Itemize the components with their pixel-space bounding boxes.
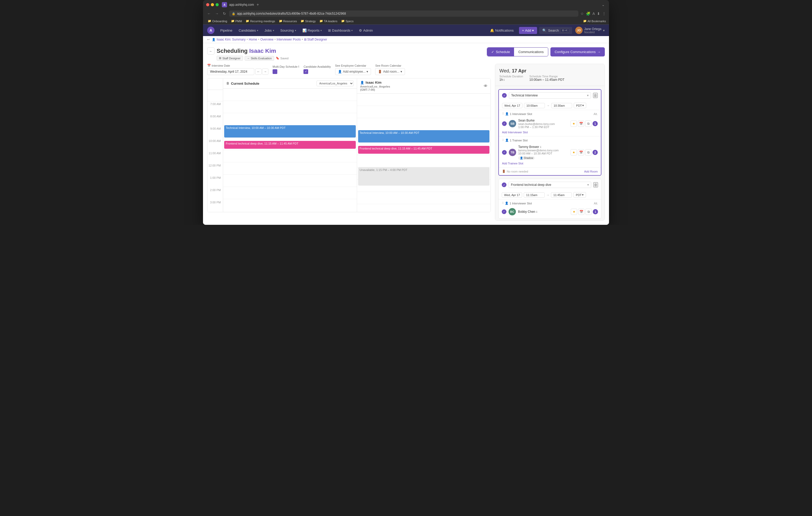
person-icon: 👤 [505,202,509,205]
nav-item-jobs[interactable]: Jobs ▾ [262,27,277,34]
info-icon[interactable]: ℹ [298,65,299,68]
profile-button[interactable]: A [592,11,595,16]
date-input[interactable] [207,68,254,75]
communications-button[interactable]: Communications [514,48,548,56]
add-interviewer-slot-link[interactable]: Add Interviewer Slot [502,131,528,134]
configure-communications-button[interactable]: Configure Communications → [550,47,605,57]
copy-interviewer-2-button[interactable]: ⧉ [585,209,592,215]
download-button[interactable]: ⬇ [597,11,600,16]
user-menu[interactable]: JO Jane Ortega Nocobird ▾ [575,27,605,34]
next-date-button[interactable]: → [262,68,268,75]
bookmark-recurring[interactable]: 📁 Recurring meetings [244,19,277,23]
interview-2-start-time[interactable] [524,192,545,198]
copy-interviewer-1-button[interactable]: ⧉ [585,121,591,127]
interview-1-end-time[interactable] [551,103,572,108]
technical-interview-event-left[interactable]: Technical Interview, 10:00 AM – 10:30 AM… [224,125,356,138]
minimize-window-button[interactable] [211,3,214,6]
bookmark-onboarding[interactable]: 📁 Onboarding [206,19,229,23]
frontend-interview-select[interactable]: Frontend technical deep dive ▾ [509,182,591,188]
back-button[interactable]: ← [207,47,214,55]
nav-item-admin[interactable]: ⚙ Admin [356,27,375,34]
eye-slash-icon[interactable]: 👁 [484,84,487,88]
maximize-window-button[interactable] [215,3,219,6]
bookmark-ta-leaders[interactable]: 📁 TA leaders [318,19,339,23]
time-800: 8:00 AM [207,114,223,126]
app-logo[interactable]: A [207,27,214,34]
schedule-time-range-value: 10:00am – 11:45am PDT [529,78,564,82]
bobby-info-icon[interactable]: ℹ [536,210,537,213]
technical-interview-select[interactable]: Technical Interview ▾ [509,92,591,98]
refresh-button[interactable]: ↻ [222,11,227,16]
interview-2-end-time[interactable] [551,192,572,198]
notifications-button[interactable]: 🔔 Notifications [487,27,517,34]
nav-item-candidates[interactable]: Candidates ▾ [236,27,261,34]
trash-icon[interactable]: 🗑 [226,82,229,85]
close-window-button[interactable] [206,3,209,6]
add-button[interactable]: + Add ▾ [519,27,537,34]
calendar-interviewer-1-button[interactable]: 📅 [578,121,584,127]
technical-interview-event-right[interactable]: Technical Interview, 10:00 AM – 10:30 AM… [358,130,490,143]
interview-check-1: ✓ [502,93,507,98]
star-interviewer-2-button[interactable]: ★ [571,209,577,215]
back-navigation-button[interactable]: ← [206,11,212,16]
add-room-link[interactable]: Add Room [584,170,598,173]
interview-2-timezone[interactable]: PDT ▾ [573,192,586,198]
bookmark-resources[interactable]: 📁 Resources [277,19,299,23]
arrow-icon: → [546,193,549,197]
more-options-button[interactable]: ⋮ [602,11,606,16]
nav-item-sourcing[interactable]: Sourcing ▾ [278,27,299,34]
interview-1-start-time[interactable] [524,103,545,108]
add-employee-dropdown[interactable]: 👤 Add employee... ▾ [335,68,371,75]
address-bar[interactable]: 🔒 app.ashbyhq.com/schedules/drafts/52c49… [229,10,578,17]
history-button[interactable]: ↩ [207,38,210,41]
frontend-event-left[interactable]: Frontend technical deep dive, 11:15 AM –… [224,141,356,149]
search-shortcut-badge: ⌘+K [560,29,569,32]
isaac-kim-header: 👤 Isaac Kim America/Los_Angeles (GMT-7:0… [357,79,491,94]
search-button[interactable]: 🔍 Search ⌘+K [539,27,572,34]
star-interviewer-1-button[interactable]: ★ [571,121,577,127]
multi-day-checkbox[interactable] [272,69,277,74]
add-trainee-slot-link[interactable]: Add Trainee Slot [502,162,523,165]
lock-icon: 🔒 [232,12,235,16]
trainee-info-icon[interactable]: ℹ [540,146,541,149]
dropdown-arrow[interactable]: ⌄ [601,2,606,7]
all-bookmarks-link[interactable]: 📁 All Bookmarks [583,19,606,23]
prev-date-button[interactable]: ← [255,68,262,75]
url-text: app.ashbyhq.com/schedules/drafts/52c4909… [237,12,346,16]
candidate-availability-label: Candidate Availability [303,65,331,68]
schedule-button[interactable]: ✓ Schedule [487,48,514,56]
staff-designer-badge[interactable]: ⊞ Staff Designer [216,56,243,61]
frontend-event-right[interactable]: Frontend technical deep dive, 11:15 AM –… [358,146,490,154]
bookmark-star-button[interactable]: ☆ [580,11,584,16]
new-tab-button[interactable]: + [257,2,259,7]
breadcrumb-summary[interactable]: Isaac Kim: Summary [216,38,245,41]
skills-icon: → [247,57,250,60]
bookmark-specs[interactable]: 📁 Specs [340,19,355,23]
interview-1-timezone[interactable]: PDT ▾ [574,103,586,108]
forward-navigation-button[interactable]: → [214,11,220,16]
copy-trainee-button[interactable]: ⧉ [585,149,591,155]
calendar-interviewer-2-button[interactable]: 📅 [578,209,584,215]
candidate-availability-checkbox[interactable]: ✓ [303,69,308,74]
breadcrumb-home[interactable]: Home [249,38,257,41]
add-room-dropdown[interactable]: 🚪 Add room... ▾ [375,68,405,75]
nav-item-pipeline[interactable]: Pipeline [218,27,235,34]
delete-interview-1-button[interactable]: 🗑 [593,93,598,98]
nav-item-dashboards[interactable]: ⊞ Dashboards ▾ [325,27,355,34]
skills-evaluation-badge[interactable]: → Skills Evaluation [244,56,274,61]
extensions-button[interactable]: 🧩 [586,11,590,16]
chevron-down-icon: ▾ [582,193,584,196]
chevron-down-icon: ▾ [367,70,368,73]
bookmark-strategy[interactable]: 📁 Strategy [299,19,317,23]
bookmark-pmm[interactable]: 📁 PMM [229,19,244,23]
delete-interview-2-button[interactable]: 🗑 [593,182,598,187]
breadcrumb-overview[interactable]: Overview [260,38,273,41]
breadcrumb-interviewer-pools[interactable]: Interviewer Pools [277,38,300,41]
chevron-down-icon: ▾ [295,29,296,32]
timezone-select[interactable]: America/Los_Angeles [317,81,354,86]
nav-item-reports[interactable]: 📊 Reports ▾ [300,27,325,34]
drag-handle-icon: ⠿ [502,202,504,205]
info-icon[interactable]: ℹ [503,79,504,81]
star-trainee-button[interactable]: ★ [571,149,577,155]
calendar-trainee-button[interactable]: 📅 [578,149,584,155]
